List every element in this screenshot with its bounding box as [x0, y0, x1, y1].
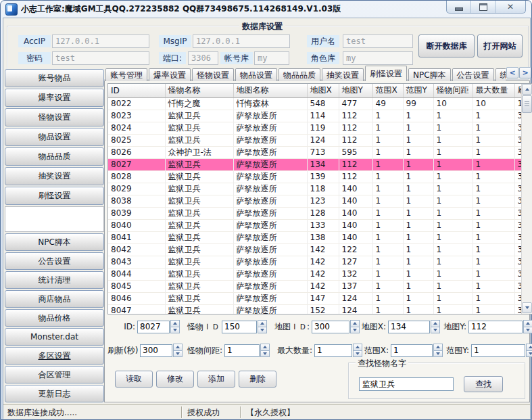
sidebar-item-4[interactable]: 物品设置	[5, 128, 104, 146]
form-field-input-r2-3[interactable]: 1	[314, 344, 352, 357]
sidebar-item-16[interactable]: 更新日志	[5, 385, 104, 402]
table-row[interactable]: 8038监狱卫兵萨拏放逐所12314011113	[108, 195, 521, 207]
column-header-1[interactable]: ID	[108, 84, 165, 97]
table-row[interactable]: 8028监狱卫兵萨拏放逐所13911211113	[108, 170, 521, 183]
role-db-input[interactable]: my	[343, 51, 413, 65]
sidebar-item-11[interactable]: 商店物品	[5, 290, 104, 308]
port-input[interactable]: 3306	[188, 51, 218, 65]
table-row[interactable]: 8023监狱卫兵萨拏放逐所11411211113	[108, 110, 521, 122]
scroll-down-button[interactable]	[522, 302, 532, 313]
column-header-8[interactable]: 怪物间距	[433, 84, 473, 97]
table-row[interactable]: 8043监狱卫兵萨拏放逐所14212711113	[108, 256, 521, 268]
form-field-input-r1-1[interactable]: 8027	[137, 321, 170, 333]
tab-scroll-right-button[interactable]: >	[519, 67, 531, 78]
tab-2[interactable]: 爆率设置	[149, 68, 191, 81]
table-row[interactable]: 8022忏悔之魔忏悔森林548477499910101	[108, 97, 521, 110]
form-field-input-r2-5[interactable]: 1	[471, 344, 525, 357]
spinner-down-button[interactable]	[433, 351, 443, 358]
read-button[interactable]: 读取	[115, 371, 153, 388]
msgip-input[interactable]: 127.0.0.1	[193, 34, 290, 48]
form-field-input-r2-1[interactable]: 300	[140, 344, 172, 357]
table-row[interactable]: 8047监狱卫兵萨拏放逐所15212411113	[108, 304, 521, 314]
table-row[interactable]: 8045监狱卫兵萨拏放逐所14213711113	[108, 280, 521, 292]
form-field-input-r2-2[interactable]: 1	[224, 344, 260, 357]
spinner-down-button[interactable]	[260, 351, 270, 358]
add-button[interactable]: 添加	[197, 371, 235, 388]
table-row[interactable]: 8027监狱卫兵萨拏放逐所13411211113	[108, 158, 521, 170]
form-field-input-r2-4[interactable]: 1	[391, 344, 433, 357]
password-input[interactable]: test	[52, 51, 149, 65]
spinner-down-button[interactable]	[350, 327, 360, 334]
column-header-7[interactable]: 范围Y	[403, 84, 433, 97]
spinner-up-button[interactable]	[173, 344, 183, 351]
sidebar-item-2[interactable]: 爆率设置	[5, 89, 104, 107]
spinner-up-button[interactable]	[170, 320, 180, 327]
scrollbar-thumb[interactable]	[522, 95, 532, 113]
tab-7[interactable]: 刷怪设置	[365, 66, 407, 81]
table-row[interactable]: 8044监狱卫兵萨拏放逐所14213211113	[108, 268, 521, 280]
spinner-down-button[interactable]	[526, 351, 532, 358]
table-row[interactable]: 8026众神护卫-法萨拏放逐所71359511113	[108, 146, 521, 158]
table-row[interactable]: 8042监狱卫兵萨拏放逐所14212211113	[108, 243, 521, 256]
table-row[interactable]: 8041监狱卫兵萨拏放逐所13814011113	[108, 231, 521, 243]
sidebar-item-15[interactable]: 合区管理	[5, 366, 104, 383]
accip-input[interactable]: 127.0.0.1	[52, 34, 149, 48]
table-row[interactable]: 8039监狱卫兵萨拏放逐所12814011113	[108, 207, 521, 219]
tab-5[interactable]: 物品品质	[279, 68, 320, 81]
form-field-input-r1-3[interactable]: 300	[312, 321, 349, 333]
modify-button[interactable]: 修改	[156, 371, 194, 388]
spinner-up-button[interactable]	[258, 320, 267, 327]
tab-scroll-left-button[interactable]: <	[506, 67, 518, 78]
tab-6[interactable]: 抽奖设置	[322, 68, 364, 81]
spinner-down-button[interactable]	[258, 327, 267, 334]
sidebar-item-6[interactable]: 抽奖设置	[5, 167, 104, 185]
table-row[interactable]: 8040监狱卫兵萨拏放逐所13314011113	[108, 219, 521, 231]
search-button[interactable]: 查找	[464, 376, 503, 392]
spinner-down-button[interactable]	[353, 351, 362, 358]
sidebar-item-5[interactable]: 物品品质	[5, 147, 104, 166]
disconnect-db-button[interactable]: 断开数据库	[418, 34, 475, 57]
sidebar-item-10[interactable]: 统计清理	[5, 271, 104, 289]
spinner-up-button[interactable]	[431, 320, 440, 327]
spinner-down-button[interactable]	[173, 351, 183, 358]
column-header-9[interactable]: 最大数量	[473, 84, 514, 97]
sidebar-item-14[interactable]: 多区设置	[5, 347, 104, 365]
form-field-input-r1-4[interactable]: 134	[388, 321, 430, 333]
spinner-down-button[interactable]	[431, 327, 440, 334]
username-input[interactable]: test	[343, 34, 413, 48]
scroll-up-button[interactable]	[522, 84, 532, 95]
column-header-4[interactable]: 地图X	[307, 84, 339, 97]
column-header-6[interactable]: 范围X	[372, 84, 403, 97]
tab-4[interactable]: 物品设置	[235, 68, 277, 81]
sidebar-item-13[interactable]: Monster.dat	[5, 328, 104, 346]
spinner-up-button[interactable]	[260, 344, 270, 351]
column-header-3[interactable]: 地图名称	[233, 84, 307, 97]
column-header-5[interactable]: 地图Y	[339, 84, 372, 97]
sidebar-item-8[interactable]: NPC脚本	[5, 233, 104, 251]
form-field-input-r1-2[interactable]: 150	[222, 321, 257, 333]
spinner-down-button[interactable]	[170, 327, 180, 334]
column-header-10[interactable]: 刷	[514, 84, 521, 97]
sidebar-item-7[interactable]: 刷怪设置	[5, 187, 104, 205]
delete-button[interactable]: 删除	[239, 371, 276, 388]
tab-8[interactable]: NPC脚本	[408, 68, 451, 81]
sidebar-item-1[interactable]: 账号物品	[5, 69, 104, 87]
close-button[interactable]: ✕	[495, 1, 525, 13]
spinner-up-button[interactable]	[526, 344, 532, 351]
spinner-up-button[interactable]	[523, 320, 532, 327]
open-website-button[interactable]: 打开网站	[477, 34, 523, 57]
table-row[interactable]: 8029监狱卫兵萨拏放逐所11814011113	[108, 183, 521, 195]
table-row[interactable]: 8046监狱卫兵萨拏放逐所14712411113	[108, 292, 521, 304]
tab-1[interactable]: 账号管理	[105, 68, 147, 81]
tab-9[interactable]: 公告设置	[452, 68, 494, 81]
minimize-button[interactable]	[447, 1, 471, 13]
table-row[interactable]: 8025监狱卫兵萨拏放逐所12411211113	[108, 134, 521, 146]
vertical-scrollbar[interactable]	[521, 84, 532, 314]
search-monster-input[interactable]: 监狱卫兵	[359, 377, 454, 391]
form-field-input-r1-5[interactable]: 112	[468, 321, 523, 333]
spinner-up-button[interactable]	[353, 344, 362, 351]
sidebar-item-3[interactable]: 怪物设置	[5, 108, 104, 126]
spinner-down-button[interactable]	[523, 327, 532, 334]
maximize-button[interactable]	[471, 1, 495, 13]
spinner-up-button[interactable]	[433, 344, 443, 351]
